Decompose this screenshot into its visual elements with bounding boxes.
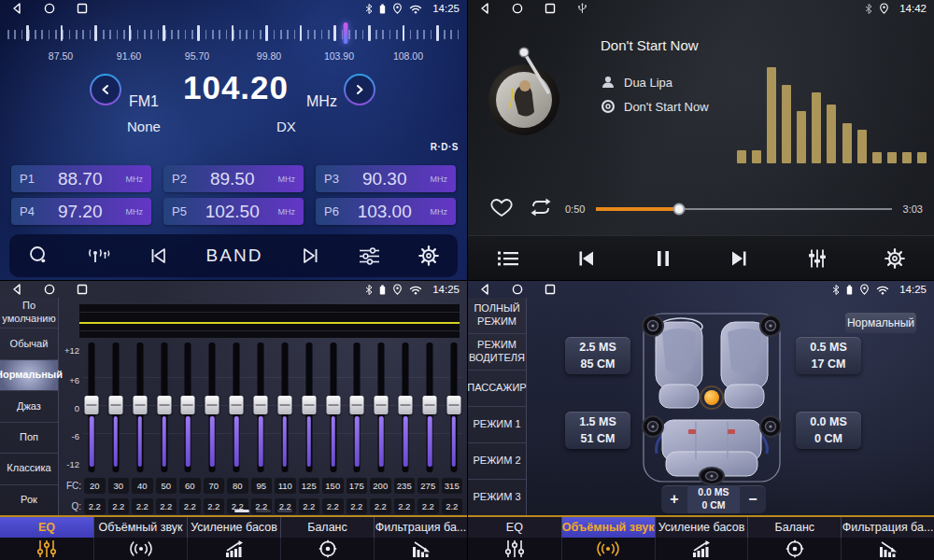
slider-handle[interactable] bbox=[254, 396, 268, 414]
broadcast-dx-button[interactable] bbox=[86, 245, 111, 267]
front-left-delay-button[interactable]: 2.5 MS 85 CM bbox=[565, 337, 630, 374]
slider-handle[interactable] bbox=[326, 396, 340, 414]
slider-handle[interactable] bbox=[133, 396, 147, 414]
tab-surround[interactable]: Объёмный звук bbox=[93, 517, 187, 560]
favorite-button[interactable] bbox=[490, 197, 513, 221]
sound-profile-button[interactable]: Нормальный bbox=[845, 313, 916, 333]
fc-value: 200 bbox=[370, 478, 391, 494]
eq-preset-rock[interactable]: Рок bbox=[0, 485, 58, 515]
equalizer-levels-button[interactable] bbox=[806, 247, 828, 270]
eq-band-slider[interactable] bbox=[83, 341, 100, 476]
settings-gear-button[interactable] bbox=[884, 247, 906, 270]
home-button[interactable] bbox=[512, 3, 523, 14]
playlist-button[interactable] bbox=[496, 248, 520, 269]
preset-button[interactable]: P3 90.30 MHz bbox=[316, 165, 456, 192]
home-button[interactable] bbox=[44, 3, 55, 14]
next-station-button[interactable] bbox=[299, 245, 321, 266]
preset-button[interactable]: P5 102.50 MHz bbox=[163, 198, 304, 225]
slider-handle[interactable] bbox=[277, 396, 291, 414]
eq-band-slider[interactable] bbox=[252, 341, 269, 476]
recents-button[interactable] bbox=[77, 3, 88, 14]
eq-band-slider[interactable] bbox=[421, 341, 438, 476]
search-stations-button[interactable] bbox=[27, 245, 50, 267]
eq-preset-classic[interactable]: Классика bbox=[0, 454, 58, 484]
mode-driver[interactable]: РЕЖИМ ВОДИТЕЛЯ bbox=[468, 334, 526, 371]
slider-handle[interactable] bbox=[446, 396, 460, 414]
slider-handle[interactable] bbox=[205, 396, 219, 414]
rear-right-delay-button[interactable]: 0.0 MS 0 CM bbox=[796, 412, 861, 449]
tab-eq[interactable]: EQ bbox=[468, 517, 561, 560]
eq-band-slider[interactable] bbox=[156, 341, 173, 476]
delay-increase-button[interactable]: + bbox=[661, 485, 687, 513]
tab-eq[interactable]: EQ bbox=[0, 517, 93, 560]
home-button[interactable] bbox=[512, 284, 523, 295]
tab-filter[interactable]: Фильтрация ба... bbox=[374, 517, 467, 560]
slider-handle[interactable] bbox=[375, 396, 389, 414]
eq-band-slider[interactable] bbox=[132, 341, 149, 476]
home-button[interactable] bbox=[44, 284, 55, 295]
eq-band-slider[interactable] bbox=[179, 341, 196, 476]
eq-band-slider[interactable] bbox=[348, 341, 365, 476]
eq-band-slider[interactable] bbox=[228, 341, 245, 476]
eq-band-slider[interactable] bbox=[397, 341, 414, 476]
eq-band-slider[interactable] bbox=[373, 341, 389, 476]
recents-button[interactable] bbox=[545, 284, 556, 295]
tab-balance[interactable]: Баланс bbox=[747, 517, 841, 560]
eq-band-slider[interactable] bbox=[301, 341, 318, 476]
recents-button[interactable] bbox=[77, 284, 88, 295]
tab-bass-boost[interactable]: Усиление басов bbox=[187, 517, 280, 560]
tune-down-button[interactable] bbox=[90, 74, 121, 105]
slider-handle[interactable] bbox=[85, 396, 99, 414]
preset-button[interactable]: P4 97.20 MHz bbox=[11, 198, 151, 225]
eq-preset-custom[interactable]: Обычай bbox=[0, 329, 58, 359]
eq-preset-jazz[interactable]: Джаз bbox=[0, 391, 58, 422]
slider-handle[interactable] bbox=[350, 396, 364, 414]
back-button[interactable] bbox=[479, 3, 490, 14]
delay-decrease-button[interactable]: − bbox=[740, 485, 766, 513]
tune-up-button[interactable] bbox=[344, 74, 375, 105]
mode-passenger[interactable]: ПАССАЖИР bbox=[468, 371, 526, 407]
eq-preset-default[interactable]: По умолчанию bbox=[0, 298, 58, 329]
slider-handle[interactable] bbox=[302, 396, 316, 414]
back-button[interactable] bbox=[479, 284, 490, 295]
slider-handle[interactable] bbox=[230, 396, 244, 414]
eq-preset-normal[interactable]: Нормальный bbox=[0, 360, 58, 391]
eq-band-slider[interactable] bbox=[276, 341, 293, 476]
pause-button[interactable] bbox=[654, 248, 672, 269]
eq-band-slider[interactable] bbox=[107, 341, 124, 476]
mode-2[interactable]: РЕЖИМ 2 bbox=[468, 443, 526, 480]
eq-band-slider[interactable] bbox=[204, 341, 220, 476]
front-right-delay-button[interactable]: 0.5 MS 17 CM bbox=[796, 337, 861, 374]
recents-button[interactable] bbox=[545, 3, 556, 14]
preset-button[interactable]: P6 103.00 MHz bbox=[316, 198, 456, 225]
eq-preset-pop[interactable]: Поп bbox=[0, 423, 58, 454]
rear-left-delay-button[interactable]: 1.5 MS 51 CM bbox=[565, 412, 630, 449]
back-button[interactable] bbox=[11, 3, 22, 14]
tab-bass-boost[interactable]: Усиление басов bbox=[655, 517, 748, 560]
eq-band-slider[interactable] bbox=[325, 341, 342, 476]
mode-1[interactable]: РЕЖИМ 1 bbox=[468, 407, 526, 443]
slider-handle[interactable] bbox=[181, 396, 195, 414]
mode-3[interactable]: РЕЖИМ 3 bbox=[468, 480, 526, 515]
slider-handle[interactable] bbox=[399, 396, 413, 414]
previous-track-button[interactable] bbox=[575, 248, 598, 269]
settings-gear-button[interactable] bbox=[417, 245, 440, 267]
repeat-button[interactable] bbox=[528, 197, 554, 221]
tab-filter[interactable]: Фильтрация ба... bbox=[841, 517, 934, 560]
seek-knob[interactable] bbox=[672, 203, 685, 216]
tab-balance[interactable]: Баланс bbox=[280, 517, 374, 560]
band-button[interactable]: BAND bbox=[206, 245, 263, 266]
back-button[interactable] bbox=[11, 284, 22, 295]
preset-button[interactable]: P1 88.70 MHz bbox=[11, 165, 151, 192]
mode-full[interactable]: ПОЛНЫЙ РЕЖИМ bbox=[468, 298, 526, 334]
seek-bar[interactable] bbox=[596, 208, 891, 211]
next-track-button[interactable] bbox=[728, 248, 750, 269]
slider-handle[interactable] bbox=[108, 396, 122, 414]
tab-surround[interactable]: Объёмный звук bbox=[561, 517, 655, 560]
adjust-sliders-button[interactable] bbox=[358, 245, 381, 266]
eq-band-slider[interactable] bbox=[446, 341, 462, 476]
preset-button[interactable]: P2 89.50 MHz bbox=[163, 165, 304, 192]
previous-station-button[interactable] bbox=[148, 245, 170, 266]
slider-handle[interactable] bbox=[157, 396, 171, 414]
slider-handle[interactable] bbox=[423, 396, 437, 414]
